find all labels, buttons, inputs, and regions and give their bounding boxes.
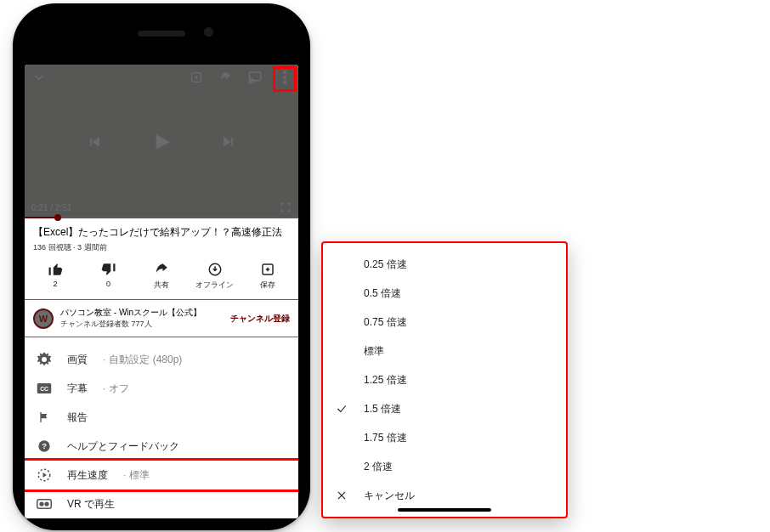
cc-icon: CC (37, 381, 52, 396)
channel-subscribers: チャンネル登録者数 777人 (60, 319, 224, 330)
speed-option[interactable]: 1.25 倍速 (323, 365, 566, 394)
speed-option-label: 1.5 倍速 (364, 402, 401, 416)
option-quality-value: 自動設定 (480p) (109, 353, 182, 367)
gear-icon (37, 352, 52, 367)
speed-option-label: 0.75 倍速 (364, 315, 407, 330)
option-speed-label: 再生速度 (67, 468, 108, 483)
speed-option[interactable]: 2 倍速 (323, 452, 566, 481)
check-icon (335, 460, 348, 473)
option-vr-label: VR で再生 (67, 497, 115, 512)
time-current: 0:21 (31, 203, 48, 212)
close-icon (335, 489, 348, 502)
video-player[interactable]: 0:21 / 2:51 (25, 65, 298, 218)
speed-option[interactable]: 0.25 倍速 (323, 250, 566, 279)
svg-point-5 (283, 71, 286, 74)
dislike-button[interactable]: 0 (87, 262, 131, 291)
home-indicator (398, 508, 491, 512)
option-speed[interactable]: 再生速度 · 標準 (25, 461, 298, 490)
save-button[interactable]: 保存 (246, 262, 290, 291)
video-title: 【Excel】たったコレだけで給料アップ！？高速修正法 (33, 225, 290, 240)
option-report[interactable]: 報告 (25, 403, 298, 432)
speed-option[interactable]: 0.5 倍速 (323, 279, 566, 308)
svg-point-6 (283, 76, 286, 79)
share-button[interactable]: 共有 (139, 262, 184, 291)
video-meta: 【Excel】たったコレだけで給料アップ！？高速修正法 136 回視聴 · 3 … (25, 218, 298, 262)
like-count: 2 (53, 280, 57, 288)
svg-point-7 (283, 81, 286, 84)
screen: 0:21 / 2:51 【Excel】たったコレだけで給料アップ！？高速修正法 … (25, 65, 298, 518)
option-help[interactable]: ? ヘルプとフィードバック (25, 432, 298, 461)
add-to-playlist-icon[interactable] (190, 71, 203, 84)
svg-rect-17 (37, 500, 52, 509)
action-bar: 2 0 共有 オフライン 保存 (25, 262, 298, 299)
dimmed-layer: 0:21 / 2:51 【Excel】たったコレだけで給料アップ！？高速修正法 … (25, 65, 298, 387)
svg-text:?: ? (42, 442, 47, 450)
option-report-label: 報告 (67, 410, 88, 425)
dislike-count: 0 (106, 280, 110, 288)
check-icon (335, 344, 348, 358)
save-label: 保存 (260, 280, 275, 291)
flag-icon (37, 410, 52, 425)
phone-speaker (138, 31, 185, 37)
svg-rect-3 (249, 72, 261, 81)
speed-option-label: 1.75 倍速 (364, 431, 407, 445)
option-help-label: ヘルプとフィードバック (67, 439, 179, 454)
more-vert-icon[interactable] (278, 67, 292, 88)
channel-avatar: W (33, 308, 54, 329)
option-captions[interactable]: CC 字幕 · オフ (25, 374, 298, 403)
fullscreen-icon[interactable] (280, 201, 292, 213)
svg-point-19 (45, 502, 48, 506)
phone-frame: 0:21 / 2:51 【Excel】たったコレだけで給料アップ！？高速修正法 … (13, 3, 310, 530)
check-icon (335, 315, 348, 329)
subscribe-button[interactable]: チャンネル登録 (230, 313, 290, 325)
check-icon (335, 286, 348, 300)
check-icon (335, 373, 348, 387)
option-quality[interactable]: 画質 · 自動設定 (480p) (25, 345, 298, 374)
svg-text:CC: CC (40, 386, 48, 392)
progress-bar[interactable] (25, 217, 298, 218)
option-speed-value: 標準 (129, 468, 150, 483)
speed-popup: 0.25 倍速0.5 倍速0.75 倍速標準1.25 倍速1.5 倍速1.75 … (321, 241, 568, 518)
speed-option[interactable]: 1.75 倍速 (323, 423, 566, 452)
option-vr[interactable]: VR で再生 (25, 490, 298, 518)
next-icon[interactable] (220, 133, 237, 150)
share-player-icon[interactable] (218, 71, 232, 84)
channel-name: パソコン教室 - Winスクール【公式】 (60, 307, 224, 319)
share-label: 共有 (154, 280, 169, 291)
option-quality-label: 画質 (67, 353, 88, 367)
speed-options-list: 0.25 倍速0.5 倍速0.75 倍速標準1.25 倍速1.5 倍速1.75 … (323, 250, 566, 481)
option-captions-label: 字幕 (67, 382, 88, 396)
svg-point-4 (249, 82, 251, 83)
download-button[interactable]: オフライン (193, 262, 237, 291)
time-total: 2:51 (55, 203, 71, 212)
speed-option[interactable]: 1.5 倍速 (323, 394, 566, 423)
collapse-icon[interactable] (31, 70, 47, 85)
like-button[interactable]: 2 (33, 262, 77, 291)
check-icon (335, 258, 348, 271)
time-display: 0:21 / 2:51 (31, 203, 71, 212)
speed-option-label: 2 倍速 (364, 460, 393, 474)
options-sheet: 画質 · 自動設定 (480p) CC 字幕 · オフ 報告 (25, 345, 298, 518)
prev-icon[interactable] (86, 133, 103, 150)
check-icon (335, 402, 348, 416)
speed-option-label: 標準 (364, 344, 384, 359)
speed-option[interactable]: 標準 (323, 337, 566, 365)
option-captions-value: オフ (109, 382, 129, 396)
help-icon: ? (37, 439, 52, 454)
download-label: オフライン (195, 280, 234, 291)
speed-cancel[interactable]: キャンセル (323, 481, 566, 510)
speed-option-label: 1.25 倍速 (364, 373, 407, 388)
channel-row[interactable]: W パソコン教室 - Winスクール【公式】 チャンネル登録者数 777人 チャ… (25, 299, 298, 337)
speed-option-label: 0.5 倍速 (364, 286, 401, 301)
svg-point-18 (40, 502, 43, 506)
phone-camera (204, 27, 213, 37)
video-stats: 136 回視聴 · 3 週間前 (33, 242, 290, 253)
speed-icon (37, 467, 52, 483)
speed-option[interactable]: 0.75 倍速 (323, 308, 566, 337)
speed-option-label: 0.25 倍速 (364, 258, 407, 272)
cast-icon[interactable] (247, 70, 263, 85)
channel-info: パソコン教室 - Winスクール【公式】 チャンネル登録者数 777人 (60, 307, 224, 330)
speed-cancel-label: キャンセル (364, 489, 415, 503)
play-icon[interactable] (149, 129, 174, 155)
check-icon (335, 431, 348, 444)
